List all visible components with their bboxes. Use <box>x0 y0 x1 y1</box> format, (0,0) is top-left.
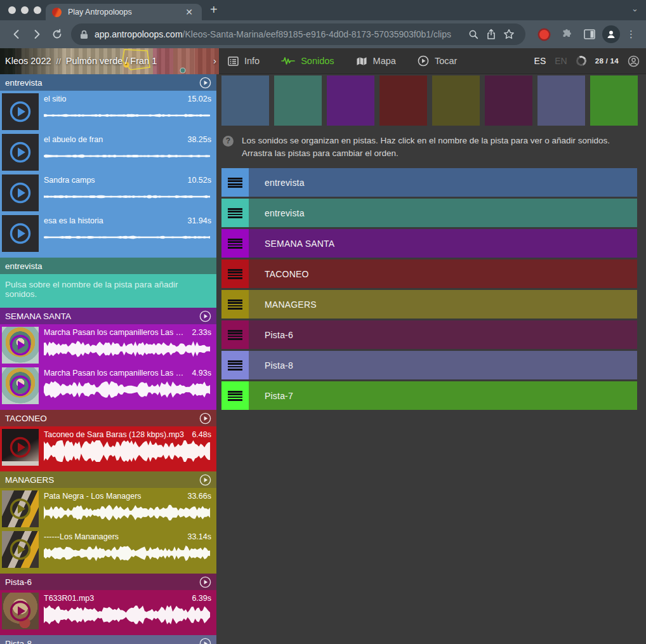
clip-thumbnail[interactable] <box>2 327 39 364</box>
sidebar-track-header[interactable]: entrevista <box>0 74 216 91</box>
track-play-icon[interactable] <box>199 412 211 424</box>
clip-thumbnail[interactable] <box>2 134 39 171</box>
drag-handle[interactable] <box>221 351 249 379</box>
drag-handle[interactable] <box>221 229 249 258</box>
track-row[interactable]: Pista-7 <box>221 381 637 410</box>
sidebar-track-header[interactable]: TACONEO <box>0 410 216 426</box>
clip-thumbnail[interactable] <box>2 531 39 568</box>
address-bar[interactable]: app.antropoloops.com/Kleos-Santa-Marina/… <box>71 23 525 45</box>
track-color-swatch <box>432 76 480 126</box>
lang-es[interactable]: ES <box>534 56 546 66</box>
track-name[interactable]: SEMANA SANTA <box>265 239 334 249</box>
track-color-swatch <box>221 76 269 126</box>
clip-play-button[interactable] <box>2 327 39 364</box>
sidebar-track-header[interactable]: MANAGERS <box>0 471 216 488</box>
lang-en[interactable]: EN <box>555 56 567 66</box>
clip-thumbnail[interactable] <box>2 367 39 404</box>
reload-button[interactable] <box>47 24 67 44</box>
track-row[interactable]: SEMANA SANTA <box>221 229 637 258</box>
clip-thumbnail[interactable] <box>2 490 39 527</box>
close-window-button[interactable] <box>8 6 16 14</box>
track-play-icon[interactable] <box>199 638 211 644</box>
minimize-window-button[interactable] <box>21 6 29 14</box>
drag-handle[interactable] <box>221 260 249 288</box>
sidebar-track-header[interactable]: entrevista <box>0 258 216 274</box>
track-row[interactable]: Pista-6 <box>221 320 637 349</box>
track-row[interactable]: entrevista <box>221 199 637 227</box>
track-play-icon[interactable] <box>199 576 211 588</box>
track-row[interactable]: TACONEO <box>221 260 637 288</box>
sidebar-track-header[interactable]: Pista-6 <box>0 574 216 590</box>
tab-search-chevron-icon[interactable]: ⌄ <box>631 4 638 13</box>
drag-handle[interactable] <box>221 320 249 349</box>
clip-play-button[interactable] <box>2 429 39 466</box>
clip-thumbnail[interactable] <box>2 93 39 130</box>
clip-thumbnail[interactable] <box>2 215 39 252</box>
forward-button[interactable] <box>27 24 47 44</box>
audio-clip[interactable]: ------Los Mananagers 33.14s <box>2 530 214 570</box>
drag-handle[interactable] <box>221 381 249 410</box>
track-play-icon[interactable] <box>199 474 211 486</box>
clip-play-button[interactable] <box>2 531 39 568</box>
clip-thumbnail[interactable] <box>2 593 39 629</box>
audio-clip[interactable]: el sitio 15.02s <box>2 93 214 132</box>
clip-play-button[interactable] <box>2 593 39 629</box>
back-button[interactable] <box>6 24 27 44</box>
sidebar-track-header[interactable]: SEMANA SANTA <box>0 308 216 324</box>
breadcrumb-session[interactable]: Pulmón verde / Fran 1 <box>66 56 157 66</box>
drag-handle[interactable] <box>221 290 249 319</box>
tab-close-icon[interactable]: ✕ <box>183 6 195 18</box>
maximize-window-button[interactable] <box>34 6 41 14</box>
track-name[interactable]: TACONEO <box>265 269 309 279</box>
bookmark-star-icon[interactable] <box>500 25 518 43</box>
track-name[interactable]: Pista-6 <box>265 330 293 340</box>
clip-play-button[interactable] <box>2 490 39 527</box>
track-name[interactable]: MANAGERS <box>265 299 317 310</box>
side-panel-icon[interactable] <box>579 24 600 44</box>
nav-tab-mapa[interactable]: Mapa <box>356 56 396 66</box>
audio-clip[interactable]: Taconeo de Sara Baras (128 kbps).mp3 6.4… <box>2 428 214 468</box>
breadcrumb-chevron-icon[interactable]: › <box>213 55 216 66</box>
drag-handle[interactable] <box>221 168 249 197</box>
extensions-puzzle-icon[interactable] <box>557 24 577 44</box>
record-extension-icon[interactable] <box>539 30 549 39</box>
audio-clip[interactable]: Marcha Pasan los campanilleros Las Mejor… <box>2 326 214 365</box>
clip-duration: 33.66s <box>187 492 211 501</box>
clip-play-button[interactable] <box>2 215 39 252</box>
clip-thumbnail[interactable] <box>2 174 39 211</box>
clip-play-button[interactable] <box>2 367 39 404</box>
browser-tab[interactable]: Play Antropoloops ✕ <box>46 4 202 20</box>
breadcrumb-project[interactable]: Kleos 2022 <box>5 56 51 66</box>
audio-clip[interactable]: Sandra camps 10.52s <box>2 174 214 213</box>
zoom-icon[interactable] <box>465 25 482 43</box>
share-icon[interactable] <box>482 25 500 43</box>
track-row[interactable]: Pista-8 <box>221 351 637 379</box>
nav-tab-info[interactable]: Info <box>228 56 260 66</box>
clip-play-button[interactable] <box>2 134 39 171</box>
track-name[interactable]: Pista-8 <box>265 360 293 371</box>
audio-clip[interactable]: el abuelo de fran 38.25s <box>2 133 214 173</box>
track-name[interactable]: entrevista <box>265 178 305 188</box>
nav-tab-sonidos[interactable]: Sonidos <box>281 56 334 66</box>
nav-tab-tocar[interactable]: Tocar <box>418 55 457 67</box>
sidebar-track-header[interactable]: Pista-8 <box>0 635 216 644</box>
clip-thumbnail[interactable] <box>2 429 39 466</box>
track-name[interactable]: entrevista <box>265 208 305 218</box>
track-play-icon[interactable] <box>199 77 211 89</box>
browser-profile-avatar[interactable] <box>602 25 620 43</box>
clip-play-button[interactable] <box>2 174 39 211</box>
audio-clip[interactable]: Marcha Pasan los campanilleros Las Mejor… <box>2 367 214 406</box>
header-map-image[interactable]: Kleos 2022 // Pulmón verde / Fran 1 › <box>0 48 219 74</box>
browser-menu-icon[interactable]: ⋮ <box>623 29 640 40</box>
track-name[interactable]: Pista-7 <box>265 391 293 401</box>
clip-play-button[interactable] <box>2 93 39 130</box>
account-icon[interactable] <box>628 55 640 67</box>
new-tab-button[interactable]: + <box>210 3 218 17</box>
audio-clip[interactable]: T633R01.mp3 6.39s <box>2 592 214 631</box>
audio-clip[interactable]: Pata Negra - Los Managers 33.66s <box>2 490 214 529</box>
track-row[interactable]: entrevista <box>221 168 637 197</box>
drag-handle[interactable] <box>221 199 249 227</box>
track-play-icon[interactable] <box>199 310 211 322</box>
audio-clip[interactable]: esa es la historia 31.94s <box>2 214 214 254</box>
track-row[interactable]: MANAGERS <box>221 290 637 319</box>
